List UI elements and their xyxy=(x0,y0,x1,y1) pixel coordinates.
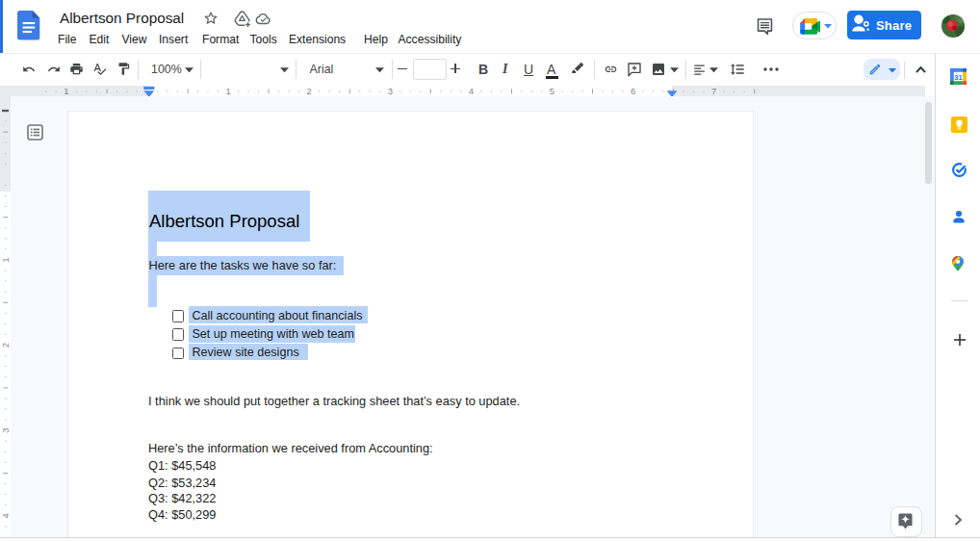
svg-text:2: 2 xyxy=(0,343,11,348)
svg-text:4: 4 xyxy=(0,513,11,518)
svg-text:1: 1 xyxy=(0,257,11,262)
svg-text:3: 3 xyxy=(0,428,11,433)
svg-text:31: 31 xyxy=(954,73,963,82)
